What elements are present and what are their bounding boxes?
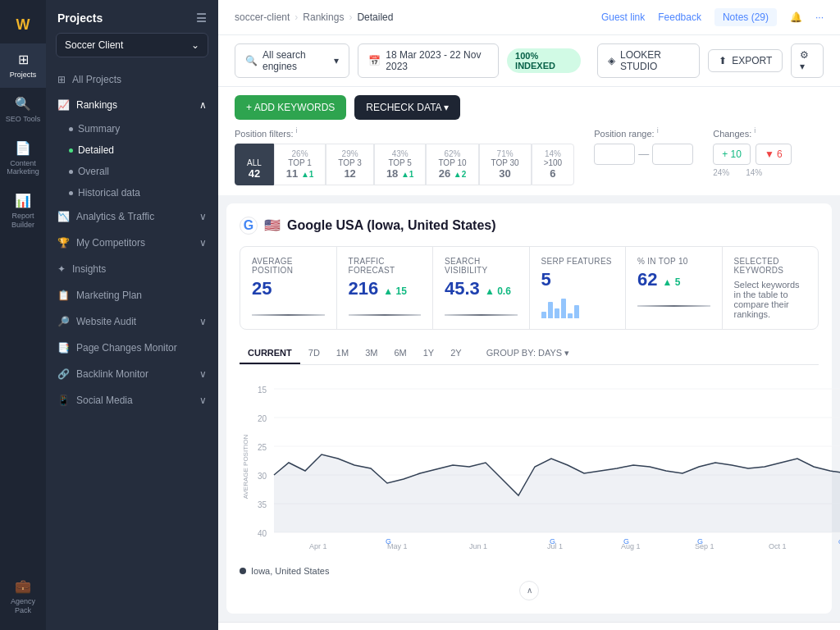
sidebar-item-competitors[interactable]: 🏆 My Competitors ∨ xyxy=(46,230,218,256)
traffic-title: TRAFFIC FORECAST xyxy=(349,257,422,275)
google-header: G 🇺🇸 Google USA (Iowa, United States) xyxy=(240,217,819,235)
svg-text:25: 25 xyxy=(258,443,267,452)
top10-chart xyxy=(637,305,710,307)
report-builder-label: Report Builder xyxy=(3,212,43,230)
historical-dot xyxy=(69,191,73,195)
tab-top3[interactable]: 29% TOP 3 12 xyxy=(326,144,374,185)
chart-tab-current[interactable]: CURRENT xyxy=(240,343,300,364)
settings-dropdown-icon: ▾ xyxy=(800,61,805,72)
tab-top10[interactable]: 62% TOP 10 26 ▲2 xyxy=(426,144,478,185)
sidebar-item-marketing-plan[interactable]: 📋 Marketing Plan xyxy=(46,282,218,308)
rankings-collapse-icon[interactable]: ∧ xyxy=(199,99,207,111)
chart-tab-1y[interactable]: 1Y xyxy=(415,343,442,364)
tab-top5[interactable]: 43% TOP 5 18 ▲1 xyxy=(374,144,427,185)
sidebar-sub-item-historical[interactable]: Historical data xyxy=(46,182,218,203)
sidebar-item-seo-tools[interactable]: 🔍 SEO Tools xyxy=(0,88,46,132)
date-range-picker[interactable]: 📅 18 Mar 2023 - 22 Nov 2023 xyxy=(358,43,499,78)
marketing-plan-label: Marketing Plan xyxy=(76,290,142,301)
export-button[interactable]: ⬆ EXPORT xyxy=(708,49,783,72)
sidebar-item-website-audit[interactable]: 🔎 Website Audit ∨ xyxy=(46,308,218,335)
chart-tab-3m[interactable]: 3M xyxy=(357,343,386,364)
engine-filter-dropdown[interactable]: 🔍 All search engines ▾ xyxy=(235,43,349,78)
more-icon[interactable]: ··· xyxy=(815,11,824,23)
looker-studio-button[interactable]: ◈ LOOKER STUDIO xyxy=(597,43,700,78)
svg-text:AVERAGE POSITION: AVERAGE POSITION xyxy=(242,434,249,499)
svg-text:G: G xyxy=(623,537,629,546)
collapse-button[interactable]: ∧ xyxy=(519,581,539,600)
sidebar-item-projects[interactable]: ⊞ Projects xyxy=(0,43,46,88)
breadcrumb-detailed: Detailed xyxy=(357,11,393,23)
sidebar-sub-item-summary[interactable]: Summary xyxy=(46,118,218,139)
website-audit-icon: 🔎 xyxy=(57,316,70,327)
svg-text:20: 20 xyxy=(258,414,267,423)
position-range-inputs: — xyxy=(594,144,693,165)
gt100-count: 6 xyxy=(544,167,563,180)
rankings-label: Rankings xyxy=(76,99,117,111)
sidebar-item-page-changes[interactable]: 📑 Page Changes Monitor xyxy=(46,335,218,361)
analytics-expand-icon[interactable]: ∨ xyxy=(199,211,207,222)
top30-count: 30 xyxy=(491,167,519,180)
guest-link-button[interactable]: Guest link xyxy=(601,11,645,23)
breadcrumb-project[interactable]: soccer-client xyxy=(235,11,290,23)
sidebar-item-report-builder[interactable]: 📊 Report Builder xyxy=(0,185,46,238)
visibility-value: 45.3 ▲ 0.6 xyxy=(445,280,518,298)
chart-tab-2y[interactable]: 2Y xyxy=(442,343,469,364)
breadcrumb-rankings[interactable]: Rankings xyxy=(303,11,344,23)
add-keywords-button[interactable]: + ADD KEYWORDS xyxy=(235,95,346,120)
tab-all[interactable]: ALL 42 xyxy=(235,144,274,185)
legend-dot xyxy=(240,568,246,574)
sidebar-sub-item-detailed[interactable]: Detailed xyxy=(46,139,218,161)
looker-label: LOOKER STUDIO xyxy=(620,49,689,72)
sidebar-item-insights[interactable]: ✦ Insights xyxy=(46,256,218,282)
hamburger-icon[interactable]: ☰ xyxy=(196,11,207,25)
svg-text:G: G xyxy=(550,537,555,546)
settings-button[interactable]: ⚙ ▾ xyxy=(791,43,824,78)
avg-position-value: 25 xyxy=(252,280,325,298)
sidebar-sub-item-overall[interactable]: Overall xyxy=(46,161,218,182)
website-audit-expand-icon[interactable]: ∨ xyxy=(199,316,207,327)
settings-icon: ⚙ xyxy=(800,49,809,61)
selected-kw-title: SELECTED KEYWORDS xyxy=(734,257,807,275)
indexed-badge: 100% INDEXED xyxy=(507,48,581,73)
social-media-expand-icon[interactable]: ∨ xyxy=(199,395,207,406)
sidebar-item-content-marketing[interactable]: 📄 Content Marketing xyxy=(0,132,46,185)
group-by-selector[interactable]: GROUP BY: DAYS ▾ xyxy=(486,348,570,358)
change-up-pct: 24% xyxy=(713,168,729,177)
backlink-expand-icon[interactable]: ∨ xyxy=(199,368,207,380)
sidebar-item-agency-pack[interactable]: 💼 Agency Pack xyxy=(0,570,46,623)
tab-top1[interactable]: 26% TOP 1 11 ▲1 xyxy=(274,144,326,185)
marketing-plan-icon: 📋 xyxy=(57,290,70,301)
summary-label: Summary xyxy=(78,123,120,135)
sidebar-item-analytics[interactable]: 📉 Analytics & Traffic ∨ xyxy=(46,203,218,230)
change-down-badge[interactable]: ▼ 6 xyxy=(756,144,792,165)
sidebar: Projects ☰ Soccer Client ⌄ ⊞ All Project… xyxy=(46,0,218,630)
bell-icon[interactable]: 🔔 xyxy=(790,11,802,23)
tab-top30[interactable]: 71% TOP 30 30 xyxy=(479,144,532,185)
chart-tab-6m[interactable]: 6M xyxy=(386,343,414,364)
position-range-from[interactable] xyxy=(594,144,635,165)
avg-position-chart xyxy=(252,314,325,316)
chart-tab-1m[interactable]: 1M xyxy=(328,343,357,364)
project-selector[interactable]: Soccer Client ⌄ xyxy=(56,33,208,57)
position-range-to[interactable] xyxy=(652,144,693,165)
metric-visibility: SEARCH VISIBILITY 45.3 ▲ 0.6 xyxy=(433,247,530,329)
sidebar-item-rankings[interactable]: 📈 Rankings ∧ xyxy=(46,92,218,118)
feedback-button[interactable]: Feedback xyxy=(658,11,701,23)
sidebar-item-backlink-monitor[interactable]: 🔗 Backlink Monitor ∨ xyxy=(46,361,218,387)
notes-button[interactable]: Notes (29) xyxy=(714,8,777,26)
sidebar-item-all-projects[interactable]: ⊞ All Projects xyxy=(46,67,218,92)
website-audit-label: Website Audit xyxy=(76,316,136,327)
recheck-data-button[interactable]: RECHECK DATA ▾ xyxy=(354,95,460,120)
traffic-value: 216 ▲ 15 xyxy=(349,280,422,298)
tab-gt100[interactable]: 14% >100 6 xyxy=(532,144,575,185)
metric-avg-position: AVERAGE POSITION 25 xyxy=(240,247,337,329)
top5-label: TOP 5 xyxy=(386,158,414,167)
seo-tools-label: SEO Tools xyxy=(6,115,40,124)
change-up-badge[interactable]: + 10 xyxy=(713,144,751,165)
legend-label: Iowa, United States xyxy=(251,566,329,576)
all-projects-label: All Projects xyxy=(72,74,121,85)
chart-tab-7d[interactable]: 7D xyxy=(300,343,328,364)
avg-position-title: AVERAGE POSITION xyxy=(252,257,325,275)
competitors-expand-icon[interactable]: ∨ xyxy=(199,237,207,249)
sidebar-item-social-media[interactable]: 📱 Social Media ∨ xyxy=(46,387,218,413)
